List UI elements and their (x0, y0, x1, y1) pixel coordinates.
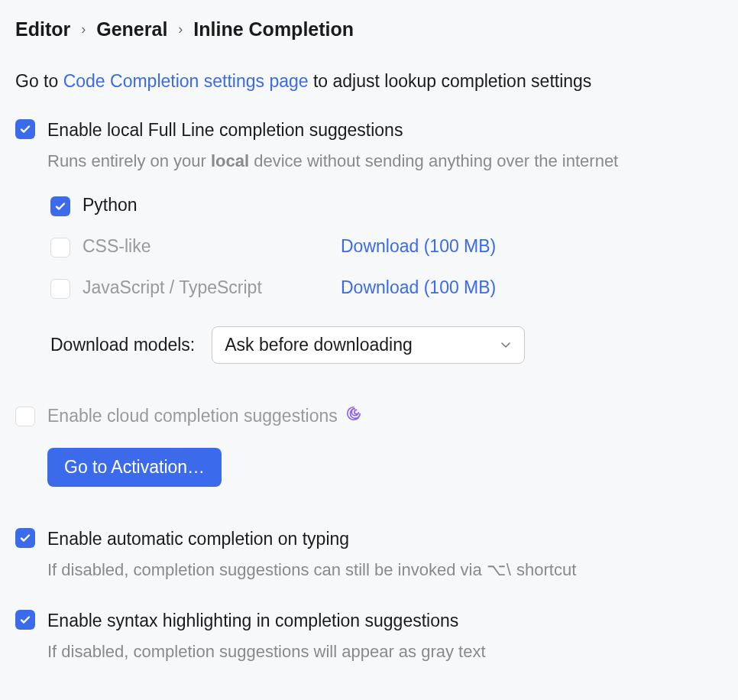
jsts-download-link[interactable]: Download (100 MB) (341, 277, 496, 298)
download-models-select[interactable]: Ask before downloading (212, 326, 525, 364)
cloud-label: Enable cloud completion suggestions (47, 403, 362, 428)
languages-group: Python CSS-like Download (100 MB) JavaSc… (50, 195, 723, 364)
full-line-section: Enable local Full Line completion sugges… (15, 118, 723, 364)
jsts-label: JavaScript / TypeScript (83, 277, 262, 298)
intro-text: Go to Code Completion settings page to a… (15, 68, 723, 95)
cloud-section: Enable cloud completion suggestions Go t… (15, 403, 723, 487)
enable-full-line-checkbox[interactable] (15, 119, 35, 139)
breadcrumb-inline-completion: Inline Completion (193, 18, 354, 41)
chevron-right-icon: › (178, 21, 183, 37)
css-download-link[interactable]: Download (100 MB) (341, 236, 496, 257)
auto-completion-helper: If disabled, completion suggestions can … (47, 557, 723, 582)
auto-helper-post: shortcut (512, 560, 576, 579)
chevron-down-icon (500, 335, 512, 355)
auto-completion-label: Enable automatic completion on typing (47, 527, 349, 551)
python-label: Python (83, 195, 138, 216)
enable-full-line-label: Enable local Full Line completion sugges… (47, 118, 403, 142)
intro-prefix: Go to (15, 71, 63, 91)
helper-post: device without sending anything over the… (249, 151, 618, 170)
syntax-highlighting-section: Enable syntax highlighting in completion… (15, 608, 723, 664)
auto-helper-pre: If disabled, completion suggestions can … (47, 560, 487, 579)
shortcut-text: ⌥\ (487, 560, 512, 579)
helper-bold: local (211, 151, 249, 170)
download-models-label: Download models: (50, 335, 195, 355)
syntax-highlighting-helper: If disabled, completion suggestions will… (47, 639, 723, 664)
intro-suffix: to adjust lookup completion settings (309, 71, 592, 91)
syntax-highlighting-checkbox[interactable] (15, 610, 35, 630)
go-to-activation-button[interactable]: Go to Activation… (47, 448, 222, 487)
python-checkbox[interactable] (50, 196, 70, 216)
cloud-label-text: Enable cloud completion suggestions (47, 406, 338, 426)
swirl-icon (345, 405, 362, 422)
breadcrumb-general[interactable]: General (96, 18, 167, 41)
syntax-highlighting-label: Enable syntax highlighting in completion… (47, 608, 458, 633)
language-row-python: Python (50, 195, 723, 216)
code-completion-settings-link[interactable]: Code Completion settings page (63, 71, 309, 91)
download-models-row: Download models: Ask before downloading (50, 326, 723, 364)
language-row-jsts: JavaScript / TypeScript Download (100 MB… (50, 277, 723, 299)
full-line-helper: Runs entirely on your local device witho… (47, 148, 723, 173)
breadcrumb: Editor › General › Inline Completion (15, 18, 723, 41)
css-checkbox (50, 238, 70, 258)
cloud-checkbox (15, 407, 35, 426)
auto-completion-section: Enable automatic completion on typing If… (15, 527, 723, 582)
css-label: CSS-like (83, 236, 151, 257)
auto-completion-checkbox[interactable] (15, 528, 35, 548)
breadcrumb-editor[interactable]: Editor (15, 18, 70, 41)
language-row-css: CSS-like Download (100 MB) (50, 236, 723, 258)
helper-pre: Runs entirely on your (47, 151, 211, 170)
jsts-checkbox (50, 279, 70, 299)
chevron-right-icon: › (81, 21, 86, 37)
download-models-value: Ask before downloading (225, 335, 413, 355)
